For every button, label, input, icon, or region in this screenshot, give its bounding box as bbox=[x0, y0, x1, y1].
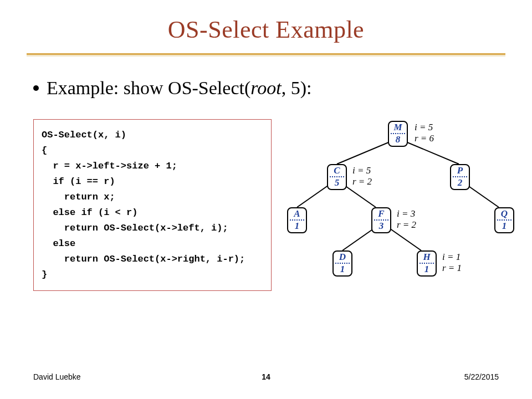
tree-node-C: C 5 bbox=[327, 164, 347, 190]
svg-line-2 bbox=[297, 184, 330, 207]
bullet-root: root bbox=[250, 78, 281, 98]
svg-line-0 bbox=[337, 141, 392, 164]
footer-date: 5/22/2015 bbox=[464, 372, 499, 381]
annot-r: r = 6 bbox=[415, 133, 434, 144]
annot-r: r = 2 bbox=[352, 176, 372, 187]
tree-node-P: P 2 bbox=[450, 164, 470, 190]
node-key: P bbox=[451, 166, 469, 176]
svg-line-6 bbox=[388, 227, 421, 250]
code-box: OS-Select(x, i) { r = x->left->size + 1;… bbox=[33, 119, 272, 291]
bullet-text: Example: show OS-Select(root, 5): bbox=[47, 78, 311, 99]
annot-i: i = 1 bbox=[442, 252, 462, 263]
slide-title: OS-Select Example bbox=[0, 16, 532, 44]
annot-F: i = 3 r = 2 bbox=[397, 208, 416, 230]
bullet-dot-icon bbox=[33, 85, 39, 91]
svg-line-3 bbox=[342, 184, 376, 207]
annot-i: i = 5 bbox=[415, 122, 434, 133]
node-key: C bbox=[328, 166, 346, 176]
bullet-suffix: , 5): bbox=[282, 78, 312, 98]
node-key: Q bbox=[495, 209, 513, 219]
node-size: 1 bbox=[288, 221, 306, 231]
tree-node-M: M 8 bbox=[388, 121, 408, 147]
tree-node-Q: Q 1 bbox=[494, 207, 514, 233]
svg-line-1 bbox=[403, 141, 459, 164]
node-key: M bbox=[389, 122, 407, 132]
node-size: 5 bbox=[328, 178, 346, 188]
node-size: 3 bbox=[372, 221, 390, 231]
footer-page: 14 bbox=[262, 372, 270, 381]
svg-line-4 bbox=[466, 184, 499, 207]
node-key: H bbox=[418, 252, 436, 262]
bullet-row: Example: show OS-Select(root, 5): bbox=[33, 78, 311, 99]
node-size: 1 bbox=[418, 264, 436, 274]
footer-author: David Luebke bbox=[33, 372, 81, 381]
node-size: 1 bbox=[334, 264, 351, 274]
annot-M: i = 5 r = 6 bbox=[415, 122, 434, 144]
tree-diagram: M 8 i = 5 r = 6 C 5 i = 5 r = 2 P 2 A bbox=[277, 120, 521, 303]
tree-node-D: D 1 bbox=[332, 250, 352, 277]
node-key: D bbox=[334, 252, 351, 262]
node-size: 2 bbox=[451, 178, 469, 188]
annot-H: i = 1 r = 1 bbox=[442, 252, 462, 273]
node-size: 8 bbox=[389, 135, 407, 145]
accent-bar bbox=[27, 53, 505, 57]
node-size: 1 bbox=[495, 221, 513, 231]
annot-C: i = 5 r = 2 bbox=[352, 165, 372, 187]
svg-line-5 bbox=[342, 227, 376, 250]
node-key: F bbox=[372, 209, 390, 219]
annot-r: r = 2 bbox=[397, 219, 416, 231]
tree-node-H: H 1 bbox=[417, 250, 437, 277]
annot-i: i = 5 bbox=[352, 165, 372, 176]
tree-node-F: F 3 bbox=[371, 207, 391, 233]
annot-i: i = 3 bbox=[397, 208, 416, 219]
tree-node-A: A 1 bbox=[287, 207, 307, 233]
annot-r: r = 1 bbox=[442, 263, 462, 274]
node-key: A bbox=[288, 209, 306, 219]
bullet-prefix: Example: show OS-Select( bbox=[47, 78, 250, 98]
